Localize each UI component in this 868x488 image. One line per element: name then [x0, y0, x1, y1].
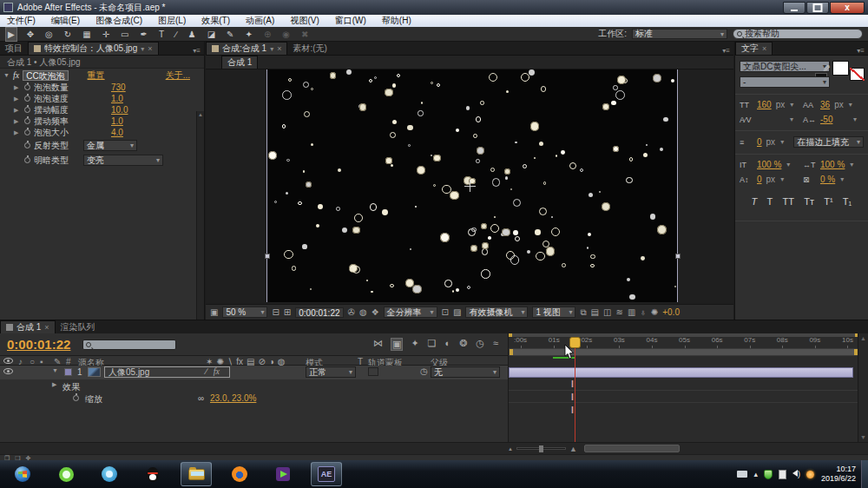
chevron-down-icon[interactable]: ▾ [850, 161, 853, 168]
tab-project[interactable]: 项目 [0, 42, 28, 55]
tracking-value[interactable]: -50 [820, 115, 832, 124]
camera-tool-icon[interactable]: ▦ [81, 28, 92, 41]
menu-item[interactable]: 窗口(W) [335, 15, 366, 27]
axis-view-icon[interactable]: ✖ [299, 28, 310, 41]
stopwatch-icon[interactable] [73, 395, 79, 401]
transparency-grid-icon[interactable]: ▨ [453, 307, 461, 317]
menu-item[interactable]: 动画(A) [246, 15, 274, 27]
magnification-dropdown[interactable]: 50 % [222, 307, 267, 318]
hide-shy-icon[interactable]: ✦ [410, 338, 419, 351]
property-dropdown[interactable]: 金属 [83, 140, 137, 151]
faux-style-button[interactable]: TT [783, 196, 794, 207]
menu-item[interactable]: 帮助(H) [382, 15, 411, 27]
potplayer[interactable] [267, 462, 299, 486]
property-dropdown[interactable]: 变亮 [83, 155, 163, 166]
timeline-vertical-scrollbar[interactable] [858, 333, 868, 442]
menu-item[interactable]: 图像合成(C) [95, 15, 142, 27]
shared-view-icon[interactable]: ⧉ [580, 307, 586, 318]
show-snapshot-icon[interactable]: ◍ [359, 307, 367, 317]
camera-dropdown[interactable]: 有效摄像机 [465, 307, 528, 318]
explorer[interactable] [181, 462, 212, 486]
pan-behind-tool-icon[interactable]: ✛ [101, 28, 111, 41]
track-area[interactable]: :00s01s02s03s04s05s06s07s08s09s10s I I I [508, 333, 858, 442]
zoom-tool-icon[interactable]: ◎ [43, 28, 55, 41]
layer-handle-right[interactable] [675, 254, 681, 259]
roto-brush-tool-icon[interactable]: ✎ [225, 28, 235, 41]
qq[interactable] [137, 462, 168, 486]
scale-property-row[interactable]: 缩放 ∞ 23.0, 23.0% [0, 392, 508, 406]
left-scrollbar[interactable] [196, 111, 204, 320]
shape-tool-icon[interactable]: ▭ [119, 28, 130, 41]
hand-tool-icon[interactable]: ✥ [25, 28, 36, 41]
chevron-down-icon[interactable]: ▾ [790, 101, 793, 109]
video-player[interactable] [94, 462, 125, 486]
faux-style-button[interactable]: T₁ [843, 196, 852, 207]
panel-menu-icon[interactable]: ▾≡ [189, 47, 204, 55]
layer-label-swatch[interactable] [64, 368, 72, 376]
language-indicator[interactable] [737, 471, 747, 478]
channels-icon[interactable]: ❖ [372, 307, 379, 317]
360-sun-icon[interactable] [806, 471, 814, 478]
menu-item[interactable]: 视图(V) [290, 15, 319, 27]
tab-composition[interactable]: 合成:合成 1 ▾ × [206, 42, 287, 55]
stopwatch-icon[interactable] [24, 129, 30, 135]
maximize-button[interactable] [806, 2, 829, 14]
timeline-horizontal-scrollbar[interactable]: ▲ ▲ [0, 442, 868, 454]
chevron-down-icon[interactable]: ▾ [270, 45, 273, 53]
auto-keyframe-icon[interactable]: ◷ [475, 338, 485, 351]
close-button[interactable] [830, 2, 865, 14]
draft-3d-icon[interactable]: ▣ [391, 338, 403, 351]
timeline-search-input[interactable] [82, 340, 176, 350]
fill-color-swatch[interactable] [832, 61, 849, 76]
font-family-dropdown[interactable]: 文鼎DC黄阳尖... [740, 61, 830, 72]
chevron-down-icon[interactable]: ▾ [849, 101, 852, 109]
eye-icon[interactable] [3, 358, 13, 364]
font-size-value[interactable]: 160 [757, 100, 772, 109]
clipboard-icon[interactable] [779, 470, 786, 479]
safe-areas-icon[interactable]: ⊟ [272, 307, 279, 317]
stopwatch-icon[interactable] [24, 107, 30, 113]
text-tool-icon[interactable]: T [157, 28, 166, 41]
reset-button[interactable]: 重置 [88, 69, 105, 82]
keyframe-icon[interactable]: I [571, 406, 574, 415]
time-ruler[interactable]: :00s01s02s03s04s05s06s07s08s09s10s [509, 336, 858, 346]
stopwatch-icon[interactable] [24, 142, 30, 148]
expander-icon[interactable]: ▶ [14, 118, 21, 125]
panel-menu-icon[interactable]: ▾≡ [853, 47, 868, 55]
eye-icon[interactable] [3, 368, 13, 374]
parent-dropdown[interactable]: 无 [431, 366, 500, 378]
timeline-button-icon[interactable]: ▥ [628, 307, 635, 318]
workspace-dropdown[interactable]: 标准 [632, 29, 727, 39]
chevron-down-icon[interactable]: ▾ [790, 115, 793, 123]
resolution-dropdown[interactable]: 全分辨率 [384, 307, 437, 318]
layer-handle-left[interactable] [265, 254, 270, 259]
stopwatch-icon[interactable] [24, 118, 30, 124]
work-area-bar[interactable] [509, 348, 858, 356]
property-value[interactable]: 10.0 [111, 105, 128, 115]
chevron-down-icon[interactable]: ▾ [786, 161, 790, 168]
expander-icon[interactable]: ▶ [14, 96, 21, 102]
expander-icon[interactable]: ▶ [14, 129, 21, 136]
volume-icon[interactable] [792, 470, 800, 478]
close-tab-icon[interactable]: × [44, 323, 49, 332]
pickwhip-icon[interactable]: ◷ [420, 366, 428, 376]
faux-style-button[interactable]: T¹ [824, 196, 832, 207]
menu-item[interactable]: 文件(F) [7, 15, 36, 27]
menu-item[interactable]: 效果(T) [201, 15, 230, 27]
motion-blur-toggle-icon[interactable]: ◐ [444, 338, 451, 351]
panel-menu-icon[interactable]: ▾≡ [719, 47, 733, 55]
eraser-tool-icon[interactable]: ◪ [206, 28, 217, 41]
stroke-width-value[interactable]: 0 [757, 137, 762, 147]
close-tab-icon[interactable]: × [277, 44, 281, 53]
exposure-icon[interactable]: ✺ [651, 307, 658, 318]
frame-blend-toggle-icon[interactable]: ❏ [427, 338, 437, 351]
baseline-shift-value[interactable]: 0 [757, 175, 762, 184]
stroke-color-swatch[interactable] [850, 68, 865, 81]
chevron-down-icon[interactable]: ▾ [853, 115, 857, 123]
blend-mode-dropdown[interactable]: 正常 [306, 366, 356, 378]
about-button[interactable]: 关于... [166, 69, 190, 82]
quality-switch[interactable]: ∕ [206, 366, 207, 376]
lock-view-icon[interactable]: ▤ [591, 307, 599, 318]
help-search-input[interactable]: 搜索帮助 [733, 29, 863, 39]
tab-character[interactable]: 文字 × [735, 42, 773, 55]
